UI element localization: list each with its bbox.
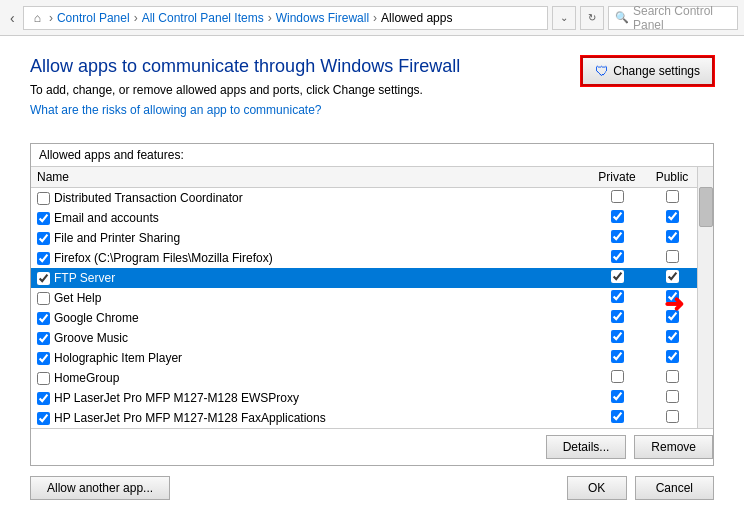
- private-checkbox[interactable]: [611, 310, 624, 323]
- row-name-text: Holographic Item Player: [54, 351, 182, 365]
- sep1: ›: [49, 11, 53, 25]
- row-checkbox[interactable]: [37, 192, 50, 205]
- address-bar: ‹ ⌂ › Control Panel › All Control Panel …: [0, 0, 744, 36]
- details-button[interactable]: Details...: [546, 435, 627, 459]
- dropdown-button[interactable]: ⌄: [552, 6, 576, 30]
- private-checkbox[interactable]: [611, 250, 624, 263]
- row-checkbox[interactable]: [37, 392, 50, 405]
- home-icon: ⌂: [30, 9, 45, 27]
- refresh-button[interactable]: ↻: [580, 6, 604, 30]
- row-checkbox[interactable]: [37, 272, 50, 285]
- search-box[interactable]: 🔍 Search Control Panel: [608, 6, 738, 30]
- private-checkbox[interactable]: [611, 410, 624, 423]
- allowed-section-label: Allowed apps and features:: [31, 144, 713, 167]
- sep4: ›: [373, 11, 377, 25]
- row-checkbox[interactable]: [37, 292, 50, 305]
- row-checkbox[interactable]: [37, 332, 50, 345]
- private-checkbox[interactable]: [611, 290, 624, 303]
- public-checkbox[interactable]: [666, 310, 679, 323]
- table-row[interactable]: Google Chrome: [31, 308, 697, 328]
- public-checkbox[interactable]: [666, 250, 679, 263]
- main-content: Allow apps to communicate through Window…: [0, 36, 744, 527]
- private-checkbox[interactable]: [611, 390, 624, 403]
- row-checkbox[interactable]: [37, 212, 50, 225]
- public-checkbox[interactable]: [666, 350, 679, 363]
- row-private-cell: [587, 288, 647, 308]
- row-name-text: HomeGroup: [54, 371, 119, 385]
- public-checkbox[interactable]: [666, 230, 679, 243]
- table-row[interactable]: HomeGroup: [31, 368, 697, 388]
- row-checkbox[interactable]: [37, 232, 50, 245]
- scrollbar[interactable]: [697, 167, 713, 428]
- row-checkbox[interactable]: [37, 352, 50, 365]
- breadcrumb-windows-firewall[interactable]: Windows Firewall: [276, 11, 369, 25]
- table-row[interactable]: Holographic Item Player: [31, 348, 697, 368]
- row-checkbox[interactable]: [37, 252, 50, 265]
- row-public-cell: [647, 348, 697, 368]
- private-checkbox[interactable]: [611, 230, 624, 243]
- table-row[interactable]: Email and accounts: [31, 208, 697, 228]
- private-checkbox[interactable]: [611, 210, 624, 223]
- row-checkbox[interactable]: [37, 312, 50, 325]
- back-button[interactable]: ‹: [6, 8, 19, 28]
- row-name-cell: HomeGroup: [31, 368, 587, 388]
- row-checkbox[interactable]: [37, 412, 50, 425]
- breadcrumb: ⌂ › Control Panel › All Control Panel It…: [23, 6, 548, 30]
- sep2: ›: [134, 11, 138, 25]
- private-checkbox[interactable]: [611, 330, 624, 343]
- private-checkbox[interactable]: [611, 270, 624, 283]
- row-public-cell: [647, 328, 697, 348]
- row-public-cell: [647, 408, 697, 428]
- col-header-public: Public: [647, 167, 697, 188]
- page-title: Allow apps to communicate through Window…: [30, 56, 581, 77]
- private-checkbox[interactable]: [611, 350, 624, 363]
- public-checkbox[interactable]: [666, 190, 679, 203]
- row-checkbox[interactable]: [37, 372, 50, 385]
- row-name-cell: Email and accounts: [31, 208, 587, 228]
- breadcrumb-all-items[interactable]: All Control Panel Items: [142, 11, 264, 25]
- cancel-button[interactable]: Cancel: [635, 476, 714, 500]
- allow-another-button[interactable]: Allow another app...: [30, 476, 170, 500]
- shield-icon: 🛡: [595, 63, 609, 79]
- row-public-cell: [647, 208, 697, 228]
- risks-link[interactable]: What are the risks of allowing an app to…: [30, 103, 581, 117]
- remove-button[interactable]: Remove: [634, 435, 713, 459]
- scroll-thumb[interactable]: [699, 187, 713, 227]
- ok-button[interactable]: OK: [567, 476, 627, 500]
- breadcrumb-control-panel[interactable]: Control Panel: [57, 11, 130, 25]
- row-name-cell: FTP Server: [31, 268, 587, 288]
- row-name-text: Email and accounts: [54, 211, 159, 225]
- row-private-cell: [587, 308, 647, 328]
- table-row[interactable]: Get Help: [31, 288, 697, 308]
- public-checkbox[interactable]: [666, 330, 679, 343]
- page-subtitle: To add, change, or remove allowed apps a…: [30, 83, 581, 97]
- row-private-cell: [587, 348, 647, 368]
- col-header-private: Private: [587, 167, 647, 188]
- row-name-text: Distributed Transaction Coordinator: [54, 191, 243, 205]
- breadcrumb-allowed-apps: Allowed apps: [381, 11, 452, 25]
- row-name-cell: HP LaserJet Pro MFP M127-M128 FaxApplica…: [31, 408, 587, 428]
- private-checkbox[interactable]: [611, 370, 624, 383]
- row-public-cell: [647, 188, 697, 209]
- public-checkbox[interactable]: [666, 410, 679, 423]
- public-checkbox[interactable]: [666, 370, 679, 383]
- row-name-cell: File and Printer Sharing: [31, 228, 587, 248]
- public-checkbox[interactable]: [666, 210, 679, 223]
- public-checkbox[interactable]: [666, 290, 679, 303]
- row-public-cell: [647, 308, 697, 328]
- table-row[interactable]: File and Printer Sharing: [31, 228, 697, 248]
- table-row[interactable]: Distributed Transaction Coordinator: [31, 188, 697, 209]
- table-row[interactable]: Firefox (C:\Program Files\Mozilla Firefo…: [31, 248, 697, 268]
- private-checkbox[interactable]: [611, 190, 624, 203]
- row-private-cell: [587, 268, 647, 288]
- change-settings-button[interactable]: 🛡 Change settings: [581, 56, 714, 86]
- table-row[interactable]: FTP Server: [31, 268, 697, 288]
- ok-cancel-group: OK Cancel: [567, 476, 714, 500]
- table-row[interactable]: HP LaserJet Pro MFP M127-M128 FaxApplica…: [31, 408, 697, 428]
- search-placeholder: Search Control Panel: [633, 4, 731, 32]
- row-private-cell: [587, 208, 647, 228]
- table-row[interactable]: Groove Music: [31, 328, 697, 348]
- table-row[interactable]: HP LaserJet Pro MFP M127-M128 EWSProxy: [31, 388, 697, 408]
- public-checkbox[interactable]: [666, 270, 679, 283]
- public-checkbox[interactable]: [666, 390, 679, 403]
